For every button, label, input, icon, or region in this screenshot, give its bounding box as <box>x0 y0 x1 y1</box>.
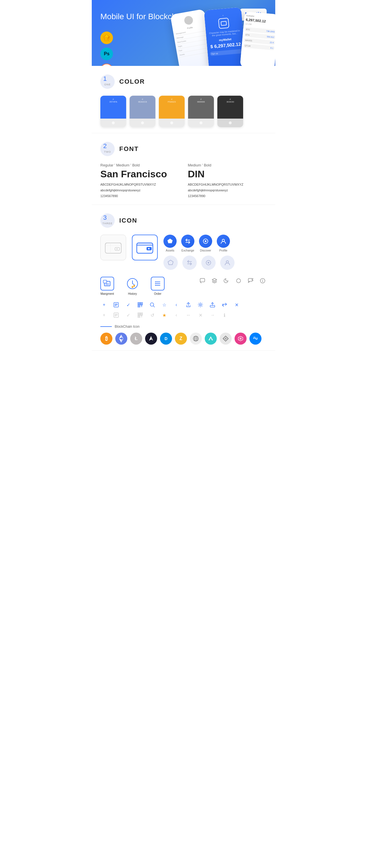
color-section-num: 1 ONE <box>101 74 115 89</box>
svg-marker-17 <box>168 260 173 265</box>
svg-point-32 <box>155 283 156 284</box>
hero-phones: Profile Management Message Real Estate N… <box>169 9 275 66</box>
swap-icon <box>221 301 228 309</box>
svg-point-15 <box>205 240 206 242</box>
svg-rect-34 <box>200 278 205 282</box>
info-gray-icon: ℹ <box>221 311 228 319</box>
hero-badges: Ps 60+ Screens <box>101 32 113 66</box>
matic-icon <box>234 333 247 345</box>
font-section-title: FONT <box>119 145 139 153</box>
svg-point-27 <box>132 286 133 288</box>
util-icons-row-blue: + ✓ ☆ ‹ ✕ <box>101 301 266 309</box>
svg-point-12 <box>148 248 150 249</box>
swatch-gray-blue: #8DA0C8 <box>130 96 156 127</box>
star-active-icon: ★ <box>161 311 168 319</box>
assets-ghost-icon <box>163 255 178 270</box>
profile-icon-item: Profile <box>217 235 230 252</box>
discover-icon <box>199 235 212 248</box>
exchange-icon-item: Exchange <box>181 235 194 252</box>
svg-rect-50 <box>141 303 142 304</box>
svg-rect-58 <box>210 305 215 307</box>
star-icon: ☆ <box>161 301 168 309</box>
exchange-ghost-icon <box>182 255 197 270</box>
screens-badge: 60+ Screens <box>101 64 113 66</box>
swatch-orange: #F5A623 <box>159 96 185 127</box>
misc-icons-row1 <box>198 277 266 285</box>
arrows-gray-icon: ↔ <box>185 311 192 319</box>
font-sf: Regular ' Medium ' Bold San Francisco AB… <box>101 163 179 199</box>
diamond-icon <box>220 333 232 345</box>
swatch-gray: #666666 <box>188 96 214 127</box>
svg-rect-66 <box>141 313 142 314</box>
font-section-num: 2 TWO <box>101 142 115 156</box>
circle-icon <box>234 277 243 285</box>
svg-rect-4 <box>105 243 121 253</box>
close-gray-icon: ✕ <box>197 311 204 319</box>
discover-ghost-icon <box>201 255 216 270</box>
ark-icon <box>205 333 217 345</box>
management-icon <box>101 277 114 290</box>
svg-marker-73 <box>121 339 123 343</box>
font-section-header: 2 TWO FONT <box>101 142 266 156</box>
icon-section-header: 3 THREE ICON <box>101 213 266 228</box>
crypto-coins-row: ₿ Ł D Z <box>101 333 266 345</box>
discover-icon-item: Discover <box>199 235 212 252</box>
ethereum-icon <box>115 333 127 345</box>
misc-icons-col <box>198 277 266 285</box>
history-icon <box>125 277 139 290</box>
svg-rect-68 <box>139 316 139 317</box>
management-icon-item: Mangment <box>101 277 114 296</box>
hero-section: Mobile UI for Blockchain Wallet UI Kit P… <box>92 0 275 66</box>
stratis-icon <box>250 333 261 345</box>
svg-marker-71 <box>121 335 123 339</box>
blockchain-divider <box>101 326 112 327</box>
phone-mockup-3: myWallet 6,297,502.12 12-298 BTC738-2003… <box>240 11 275 66</box>
order-icon <box>151 277 165 290</box>
svg-rect-48 <box>139 303 139 304</box>
color-section: 1 ONE COLOR #3574FA #8DA0C8 #F5A623 #666… <box>92 66 275 133</box>
dash-icon: D <box>160 333 172 345</box>
blockchain-label: BlockChain Icon <box>115 324 140 329</box>
phone-mockup-2: × Character may be mastered in the great… <box>204 7 246 66</box>
font-section: 2 TWO FONT Regular ' Medium ' Bold San F… <box>92 133 275 205</box>
profile-icon <box>217 235 230 248</box>
qr-icon <box>137 301 144 309</box>
note-icon <box>112 301 120 309</box>
color-swatches: #3574FA #8DA0C8 #F5A623 #666666 #303030 <box>101 96 266 127</box>
plus-icon: + <box>101 301 108 309</box>
blockchain-label-line: BlockChain Icon <box>101 324 266 329</box>
bitcoin-icon: ₿ <box>101 333 112 345</box>
assets-icon-item: Assets <box>163 235 177 252</box>
litecoin-icon: Ł <box>130 333 142 345</box>
svg-point-6 <box>116 248 117 249</box>
sketch-badge <box>101 32 113 44</box>
svg-point-55 <box>150 303 154 306</box>
check-icon: ✓ <box>124 301 132 309</box>
info-icon <box>259 277 266 285</box>
svg-point-31 <box>155 282 156 282</box>
share-icon <box>185 301 192 309</box>
wing-icon <box>145 333 157 345</box>
order-icon-item: Order <box>151 277 165 296</box>
speech-bubble-icon <box>247 277 255 285</box>
zcash-icon: Z <box>175 333 187 345</box>
nav-icons-row-ghost <box>163 255 234 270</box>
util-icons-row-gray: + ✓ ↺ ★ ‹ ↔ ✕ → ℹ <box>101 311 266 319</box>
search-icon <box>148 301 156 309</box>
icon-section-title: ICON <box>119 217 137 224</box>
wallet-wireframe-icon <box>101 235 126 260</box>
font-din: Medium ' Bold DIN ABCDEFGHIJKLMNOPQRSTUV… <box>188 163 266 199</box>
assets-icon <box>163 235 177 248</box>
svg-point-42 <box>262 279 263 280</box>
swatch-dark: #303030 <box>217 96 243 127</box>
nav-icons-row-filled: Assets Exchange Discover <box>163 235 234 252</box>
svg-point-16 <box>222 239 225 242</box>
svg-marker-13 <box>167 239 173 243</box>
upload-icon <box>209 301 216 309</box>
color-section-header: 1 ONE COLOR <box>101 74 266 89</box>
close-icon: ✕ <box>233 301 240 309</box>
svg-rect-64 <box>139 313 139 314</box>
svg-marker-81 <box>239 337 242 340</box>
font-grid: Regular ' Medium ' Bold San Francisco AB… <box>101 163 266 199</box>
svg-point-19 <box>207 262 209 264</box>
